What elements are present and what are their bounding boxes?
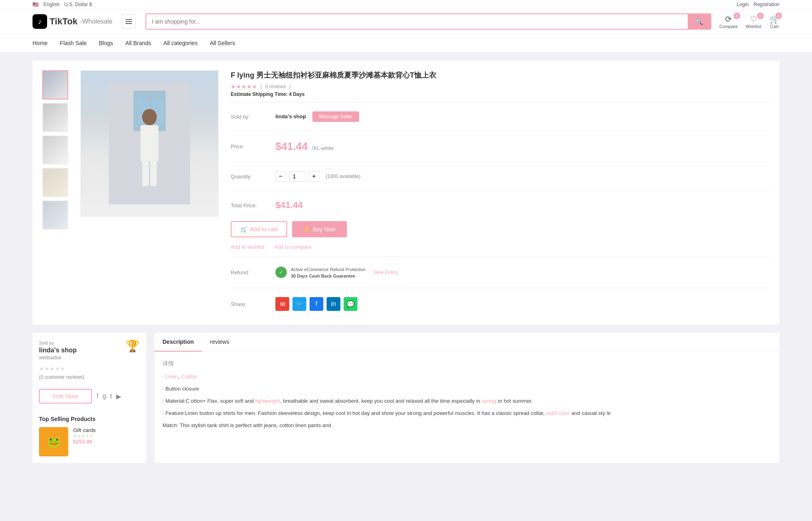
registration-link[interactable]: Registration [754, 2, 780, 7]
thumb-1[interactable] [42, 70, 68, 100]
thumb-5[interactable] [42, 200, 68, 230]
add-to-cart-btn[interactable]: 🛒 Add to cart [231, 221, 287, 237]
desc-item-2: · Button closure [162, 384, 771, 393]
compare-icon-item[interactable]: ⟳ 0 Compare [719, 14, 738, 29]
buy-now-btn[interactable]: ⚡ Buy Now [292, 221, 347, 237]
search-button[interactable]: 🔍 [688, 14, 710, 29]
seller-panel-name: linda's shop [39, 347, 77, 354]
lightning-icon: ⚡ [303, 226, 310, 232]
share-row: Share: ✉ 🐦 f in 💬 [231, 293, 770, 315]
seller-customer-reviews: (0 customer reviews) [39, 374, 84, 380]
nav-blogs[interactable]: Blogs [99, 34, 113, 52]
login-link[interactable]: Login [737, 2, 749, 7]
description-panel: Description reviews 详情 · Linen, Cotton ·… [154, 333, 780, 463]
logo-sub: -Wholesale [80, 18, 113, 25]
refund-protection-text: Active eCommerce Refund Protection [291, 267, 366, 272]
desc-item-5: Match: This stylish tank shirt is perfec… [162, 421, 771, 430]
share-email-btn[interactable]: ✉ [275, 297, 289, 311]
tab-description-content: 详情 · Linen, Cotton · Button closure · Ma… [154, 352, 780, 441]
share-icons: ✉ 🐦 f in 💬 [275, 297, 357, 311]
youtube-social-icon[interactable]: ▶ [116, 393, 121, 400]
product-reviews-count: 0 reviews [265, 84, 286, 89]
refund-info: Active eCommerce Refund Protection 30 Da… [291, 266, 366, 279]
menu-line-3 [126, 23, 132, 24]
nav-all-brands[interactable]: All Brands [126, 34, 152, 52]
message-seller-btn[interactable]: Message Seller [312, 111, 359, 122]
action-buttons: 🛒 Add to cart ⚡ Buy Now [231, 221, 770, 237]
menu-icon[interactable] [122, 15, 136, 28]
share-facebook-btn[interactable]: f [310, 297, 323, 311]
view-policy-link[interactable]: View Policy [373, 269, 398, 275]
logo-name[interactable]: TikTok [50, 16, 78, 27]
sold-by-value: linda's shop Message Seller [275, 111, 770, 122]
product-info: F lying 男士无袖纽扣衬衫亚麻棉质夏季沙滩基本款背心T恤上衣 ★★★★★ … [231, 70, 770, 315]
language-selector[interactable]: English [43, 2, 59, 7]
thumb-2[interactable] [42, 103, 68, 132]
logo-icon: ♪ [32, 14, 47, 29]
buy-now-label: Buy Now [313, 226, 336, 232]
svg-rect-7 [150, 162, 157, 186]
nav-flash-sale[interactable]: Flash Sale [60, 34, 87, 52]
seller-name: linda's shop [275, 113, 306, 119]
desc-item-3: · Material:C otton+ Flax, super soft and… [162, 397, 771, 406]
search-input[interactable] [146, 14, 688, 29]
secondary-actions: Add to wishlist Add to compare [231, 244, 770, 250]
twitter-social-icon[interactable]: t [110, 393, 112, 400]
top-selling-title: Top Selling Products [39, 416, 140, 422]
google-social-icon[interactable]: g [102, 393, 106, 400]
main-product-image [80, 70, 219, 217]
desc-item-4: · Feature:Linen button up shirts for men… [162, 409, 771, 418]
product-tabs: Description reviews [154, 333, 780, 352]
currency-selector[interactable]: U.S. Dollar $ [64, 2, 92, 7]
compare-icon: ⟳ [725, 14, 732, 24]
cart-icon-small: 🛒 [240, 226, 247, 232]
add-to-wishlist-btn[interactable]: Add to wishlist [231, 244, 264, 250]
thumb-3[interactable] [42, 135, 68, 165]
heart-icon: ♡ [750, 14, 757, 24]
top-selling-product-1: 🐸 Gift cards ★★★★★ $153.40 [39, 427, 140, 456]
refund-row: Refund: ✓ Active eCommerce Refund Protec… [231, 262, 770, 283]
award-icon: 🏆 [126, 339, 140, 353]
price-label: Price: [231, 143, 275, 150]
product-reviews-close: ) [289, 84, 291, 89]
qty-decrease-btn[interactable]: − [275, 171, 286, 182]
product-card-thumb: 🐸 [39, 427, 68, 456]
nav-home[interactable]: Home [32, 34, 48, 52]
price-variant: /XL-white [312, 145, 333, 151]
facebook-social-icon[interactable]: f [97, 393, 98, 400]
share-label: Share: [231, 301, 275, 307]
header: ♪ TikTok -Wholesale 🔍 ⟳ 0 Compare ♡ 0 Wi… [0, 9, 812, 34]
seller-username: wedsadsa [39, 355, 77, 360]
shipping-time: Estimate Shipping Time: 4 Days [231, 91, 770, 97]
share-whatsapp-btn[interactable]: 💬 [344, 297, 357, 311]
add-to-cart-label: Add to cart [250, 226, 277, 232]
quantity-row: Quantity: − + (1000 available) [231, 167, 770, 186]
price-value: $41.44 /XL-white [275, 140, 770, 153]
share-twitter-btn[interactable]: 🐦 [292, 297, 306, 311]
quantity-label: Quantity: [231, 174, 275, 180]
product-card-info: Gift cards ★★★★★ $153.40 [73, 427, 140, 445]
top-bar: 🇺🇸 English U.S. Dollar $ Login Registrat… [0, 0, 812, 9]
bottom-section: Sold by linda's shop wedsadsa 🏆 ★★★★★ (0… [32, 333, 780, 463]
wishlist-badge: 0 [757, 13, 764, 19]
nav-all-sellers[interactable]: All Sellers [210, 34, 235, 52]
visit-store-btn[interactable]: Visit Store [39, 389, 92, 404]
desc-text: · Linen, Cotton · Button closure · Mater… [162, 372, 771, 430]
qty-increase-btn[interactable]: + [309, 171, 319, 182]
add-to-compare-btn[interactable]: Add to compare [274, 244, 312, 250]
refund-shield-icon: ✓ [275, 267, 287, 278]
tab-description[interactable]: Description [154, 333, 202, 352]
sold-by-label: Sold by: [231, 114, 275, 120]
qty-input[interactable] [289, 171, 305, 182]
refund-box: ✓ Active eCommerce Refund Protection 30 … [275, 266, 398, 279]
cart-icon-item[interactable]: 🛒 0 Cart [769, 14, 780, 29]
product-stars: ★★★★★ [231, 83, 257, 90]
seller-panel: Sold by linda's shop wedsadsa 🏆 ★★★★★ (0… [32, 333, 146, 463]
wishlist-icon-item[interactable]: ♡ 0 Wishlist [746, 14, 761, 29]
tab-reviews[interactable]: reviews [202, 333, 237, 352]
thumb-4[interactable] [42, 168, 68, 197]
share-linkedin-btn[interactable]: in [327, 297, 340, 311]
product-card-name: Gift cards [73, 427, 140, 433]
nav-all-categories[interactable]: All categories [163, 34, 197, 52]
top-selling-section: Top Selling Products 🐸 Gift cards ★★★★★ … [39, 416, 140, 456]
